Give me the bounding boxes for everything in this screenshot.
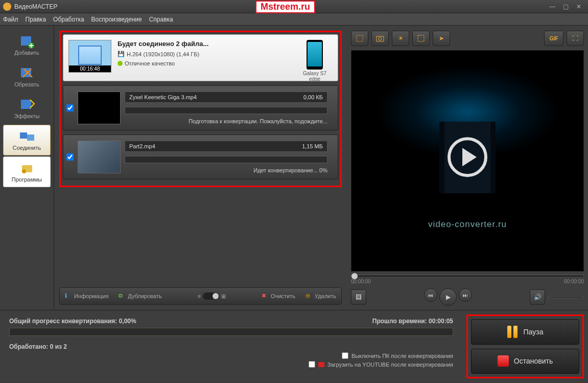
pause-icon — [507, 326, 519, 338]
file-checkbox-1[interactable] — [66, 104, 74, 111]
file-size-1: 0,00 КБ — [303, 94, 323, 100]
target-device: Galaxy S7 edge — [297, 40, 333, 76]
crop-tool-button[interactable] — [351, 31, 368, 46]
menu-process[interactable]: Обработка — [53, 16, 84, 23]
sidebar-cut[interactable]: Обрезать — [3, 61, 51, 92]
quality-dot-icon — [117, 61, 123, 66]
prev-button[interactable]: ⏮ — [424, 288, 437, 302]
youtube-checkbox[interactable] — [309, 361, 315, 368]
menu-help[interactable]: Справка — [149, 16, 173, 23]
time-current: 00:00:00 — [351, 279, 371, 284]
youtube-icon — [318, 362, 324, 367]
minimize-button[interactable]: — — [546, 2, 558, 11]
elapsed-label: Прошло времени: — [372, 318, 427, 325]
gif-button[interactable]: GIF — [544, 31, 563, 46]
menu-edit[interactable]: Правка — [26, 16, 46, 23]
overall-progress-bar — [9, 328, 453, 336]
fullscreen-button[interactable]: ⛶ — [567, 31, 584, 46]
stop-button[interactable]: Остановить — [471, 349, 579, 374]
play-icon: ▶ — [446, 294, 451, 301]
duplicate-button[interactable]: ⧉Дублировать — [119, 292, 161, 300]
svg-rect-3 — [21, 100, 31, 109]
file-thumb-1 — [78, 92, 121, 124]
sidebar-effects[interactable]: Эффекты — [3, 93, 51, 124]
file-status-1: Подготовка к конвертации. Пожалуйста, по… — [125, 118, 327, 124]
speaker-icon: 🔊 — [534, 294, 542, 301]
list-view-icon: ≡ — [198, 293, 201, 299]
camera-icon — [376, 34, 384, 42]
stop-label: Остановить — [514, 357, 553, 365]
view-toggle[interactable] — [203, 292, 219, 300]
image-icon: 🖼 — [356, 294, 362, 301]
file-row-2[interactable]: Part2.mp41,15 МБ Идет конвертирование...… — [63, 134, 338, 179]
cut-icon — [19, 66, 35, 80]
grid-view-icon: ⊞ — [221, 293, 226, 300]
sidebar-effects-label: Эффекты — [14, 113, 39, 119]
stop-icon — [498, 355, 509, 367]
gif-label: GIF — [550, 36, 558, 41]
clear-button[interactable]: ✖Очистить — [262, 292, 295, 300]
play-button[interactable]: ▶ — [439, 288, 457, 306]
video-preview[interactable]: video-converter.ru — [351, 50, 584, 272]
highlight-box-controls: Пауза Остановить — [466, 314, 584, 378]
view-switch[interactable]: ≡ ⊞ — [198, 292, 226, 300]
file-name-1: Zyxel Keenetic Giga 3.mp4 — [129, 94, 197, 100]
maximize-button[interactable]: ▢ — [559, 2, 572, 11]
file-checkbox-2[interactable] — [66, 153, 74, 161]
frame-button[interactable] — [412, 31, 430, 46]
seek-slider[interactable] — [351, 275, 584, 278]
snapshot-button[interactable] — [371, 31, 389, 46]
join-icon — [19, 129, 35, 144]
sidebar-add[interactable]: Добавить — [3, 30, 51, 60]
menu-file[interactable]: Файл — [3, 16, 18, 23]
processed-label: Обработано: — [9, 343, 48, 350]
merge-title: Будет соединено 2 файла... — [117, 40, 291, 48]
preview-panel: ☀ ➤ GIF ⛶ video-converter.ru 00:00:0000:… — [347, 26, 588, 310]
merge-format: H.264 (1920x1080) (1,44 ГБ) — [127, 51, 199, 57]
merge-quality: Отличное качество — [125, 60, 175, 66]
highlight-box-files: 00:16:48 Будет соединено 2 файла... 💾H.2… — [59, 31, 342, 187]
sidebar-join-label: Соединить — [13, 145, 41, 151]
svg-rect-2 — [21, 68, 31, 77]
sidebar-cut-label: Обрезать — [14, 81, 39, 87]
titlebar: ВидеоМАСТЕР Mstreem.ru — ▢ ✕ — [0, 0, 588, 13]
close-button[interactable]: ✕ — [573, 2, 585, 11]
app-logo-icon — [3, 3, 11, 11]
prev-icon: ⏮ — [428, 292, 433, 298]
brightness-icon: ☀ — [398, 35, 404, 42]
info-button[interactable]: ℹИнформация — [65, 292, 108, 300]
menu-playback[interactable]: Воспроизведение — [91, 16, 142, 23]
phone-icon — [307, 40, 323, 70]
mute-button[interactable]: 🔊 — [530, 289, 545, 305]
sidebar-programs[interactable]: Программы — [3, 156, 51, 187]
screenshot-button[interactable]: 🖼 — [351, 289, 366, 305]
next-icon: ⏭ — [463, 292, 468, 298]
sidebar-add-label: Добавить — [14, 50, 39, 56]
svg-point-7 — [22, 169, 26, 173]
file-progress-1 — [125, 107, 327, 114]
time-total: 00:00:00 — [564, 279, 584, 284]
file-row-1[interactable]: Zyxel Keenetic Giga 3.mp40,00 КБ Подгото… — [63, 85, 338, 130]
svg-rect-8 — [357, 35, 363, 41]
speed-button[interactable]: ➤ — [433, 31, 450, 46]
footer: Общий прогресс конвертирования: 0,00% Пр… — [0, 310, 588, 382]
delete-button[interactable]: ⊖Удалить — [305, 292, 336, 300]
processed-value: 0 из 2 — [50, 343, 67, 350]
preview-toolbar: ☀ ➤ GIF ⛶ — [351, 30, 584, 47]
sidebar-join[interactable]: Соединить — [3, 125, 51, 155]
svg-rect-4 — [20, 132, 27, 139]
pause-button[interactable]: Пауза — [471, 319, 579, 345]
programs-icon — [19, 161, 35, 175]
list-toolbar: ℹИнформация ⧉Дублировать ≡ ⊞ ✖Очистить ⊖… — [59, 287, 342, 305]
shutdown-checkbox[interactable] — [342, 352, 348, 359]
volume-slider[interactable] — [548, 296, 584, 298]
next-button[interactable]: ⏭ — [459, 288, 472, 302]
frame-icon — [417, 34, 425, 42]
preview-brand: video-converter.ru — [428, 219, 507, 230]
sidebar-programs-label: Программы — [12, 176, 42, 183]
merge-summary-card[interactable]: 00:16:48 Будет соединено 2 файла... 💾H.2… — [63, 34, 338, 81]
brightness-button[interactable]: ☀ — [392, 31, 409, 46]
elapsed-value: 00:00:05 — [429, 318, 453, 325]
crop-icon — [356, 34, 364, 42]
window-title: ВидеоМАСТЕР — [14, 3, 57, 10]
